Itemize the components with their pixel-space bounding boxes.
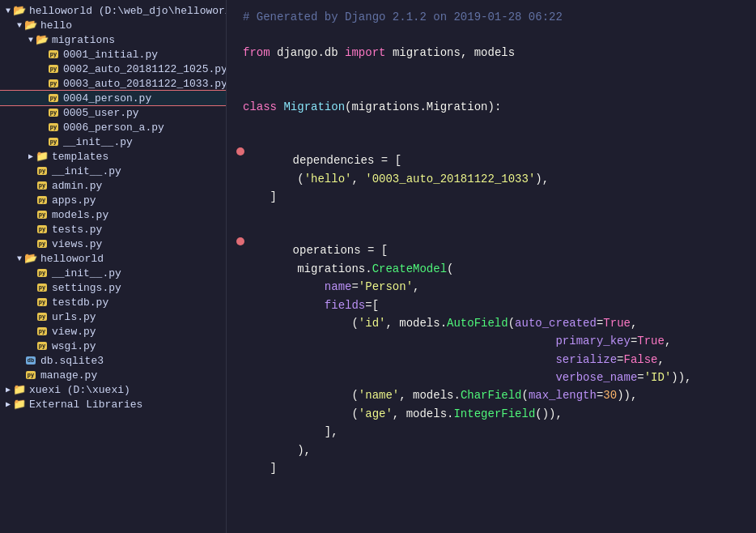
code-content: class Migration(migrations.Migration): (243, 98, 740, 116)
tree-item-0005_user[interactable]: py0005_user.py (0, 105, 226, 120)
tree-item-0003_auto[interactable]: py0003_auto_20181122_1033.py (0, 76, 226, 91)
py-icon: py (36, 296, 49, 309)
code-editor: # Generated by Django 2.1.2 on 2019-01-2… (227, 0, 756, 533)
tree-item-label: 0004_person.py (63, 92, 151, 104)
tree-item-models[interactable]: pymodels.py (0, 207, 226, 222)
py-icon: py (47, 121, 60, 134)
tree-item-tests[interactable]: pytests.py (0, 222, 226, 237)
folder-closed-icon: 📁 (13, 383, 26, 396)
tree-item-views[interactable]: pyviews.py (0, 237, 226, 251)
py-icon: py (36, 310, 49, 323)
code-line-24: ), (243, 441, 740, 459)
code-line-0: # Generated by Django 2.1.2 on 2019-01-2… (243, 8, 740, 26)
code-line-14: migrations.CreateModel( (243, 260, 740, 278)
tree-item-label: xuexi (D:\xuexi) (29, 384, 130, 396)
folder-open-icon: 📂 (36, 33, 49, 46)
tree-item-0002_auto[interactable]: py0002_auto_20181122_1025.py (0, 62, 226, 76)
folder-closed-icon: 📁 (13, 398, 26, 411)
arrow-icon (26, 151, 36, 161)
code-line-8: dependencies = [ (243, 151, 740, 169)
tree-item-urls[interactable]: pyurls.py (0, 309, 226, 324)
tree-item-label: helloworld (D:\web_djo\helloworld) (29, 5, 227, 17)
code-line-22: ('age', models.IntegerField()), (243, 405, 740, 423)
tree-item-admin[interactable]: pyadmin.py (0, 178, 226, 193)
tree-item-helloworld-folder[interactable]: 📂helloworld (0, 251, 226, 266)
tree-item-testdb[interactable]: pytestdb.py (0, 295, 226, 309)
db-icon: db (24, 354, 37, 367)
code-line-17: ('id', models.AutoField(auto_created=Tru… (243, 314, 740, 332)
py-icon: py (47, 92, 60, 104)
tree-item-__init__-migrations[interactable]: py__init__.py (0, 134, 226, 149)
tree-item-templates-folder[interactable]: 📁templates (0, 149, 226, 164)
tree-item-label: __init__.py (63, 136, 133, 148)
code-content: ], (243, 423, 740, 441)
code-content: verbose_name='ID')), (243, 369, 740, 386)
code-content: migrations.CreateModel( (243, 260, 740, 278)
code-line-7 (243, 134, 740, 151)
tree-item-wsgi[interactable]: pywsgi.py (0, 339, 226, 353)
tree-item-db-sqlite3[interactable]: dbdb.sqlite3 (0, 353, 226, 368)
tree-item-hello-folder[interactable]: 📂hello (0, 18, 226, 32)
tree-item-label: tests.py (52, 224, 102, 236)
tree-item-label: urls.py (52, 311, 96, 323)
tree-item-0001_initial[interactable]: py0001_initial.py (0, 47, 226, 62)
code-content: ] (243, 459, 740, 477)
py-icon: py (36, 208, 49, 221)
tree-item-label: 0003_auto_20181122_1033.py (63, 78, 227, 90)
code-line-13: operations = [ (243, 241, 740, 259)
code-content: ] (243, 188, 740, 206)
tree-item-0006_person_a[interactable]: py0006_person_a.py (0, 120, 226, 134)
py-icon: py (24, 369, 37, 382)
tree-item-0004_person[interactable]: py0004_person.py (0, 91, 226, 105)
tree-item-label: migrations (52, 34, 115, 46)
code-line-15: name='Person', (243, 278, 740, 296)
code-line-5: class Migration(migrations.Migration): (243, 98, 740, 116)
code-line-3 (243, 62, 740, 80)
py-icon: py (47, 77, 60, 90)
tree-item-label: settings.py (52, 282, 121, 294)
code-content: operations = [ (265, 241, 740, 259)
code-content: # Generated by Django 2.1.2 on 2019-01-2… (243, 8, 740, 26)
code-content: from django.db import migrations, models (243, 44, 740, 62)
py-icon: py (36, 237, 49, 250)
tree-item-label: __init__.py (52, 165, 121, 177)
folder-closed-icon: 📁 (36, 150, 49, 163)
tree-item-label: 0001_initial.py (63, 49, 158, 61)
py-icon: py (36, 281, 49, 294)
code-content: name='Person', (243, 278, 740, 296)
tree-item-migrations-folder[interactable]: 📂migrations (0, 32, 226, 47)
tree-item-apps[interactable]: pyapps.py (0, 193, 226, 207)
tree-item-external-libs[interactable]: 📁External Libraries (0, 397, 226, 411)
code-line-19: serialize=False, (243, 351, 740, 369)
tree-item-xuexi-root[interactable]: 📁xuexi (D:\xuexi) (0, 382, 226, 397)
tree-item-settings[interactable]: pysettings.py (0, 280, 226, 295)
tree-item-label: testdb.py (52, 296, 108, 309)
py-icon: py (36, 266, 49, 279)
arrow-icon (15, 21, 24, 30)
tree-item-manage[interactable]: pymanage.py (0, 368, 226, 382)
tree-item-__init__-hello[interactable]: py__init__.py (0, 164, 226, 178)
tree-item-label: views.py (52, 238, 102, 250)
py-icon: py (47, 135, 60, 148)
code-content: ('name', models.CharField(max_length=30)… (243, 386, 740, 404)
code-line-23: ], (243, 423, 740, 441)
py-icon: py (36, 194, 49, 207)
tree-item-label: External Libraries (29, 399, 142, 411)
tree-item-helloworld-root[interactable]: 📂helloworld (D:\web_djo\helloworld) (0, 3, 226, 18)
code-line-21: ('name', models.CharField(max_length=30)… (243, 386, 740, 404)
tree-item-label: models.py (52, 209, 108, 221)
tree-item-label: manage.py (40, 369, 97, 382)
code-line-2: from django.db import migrations, models (243, 44, 740, 62)
code-line-18: primary_key=True, (243, 332, 740, 350)
tree-item-__init__-helloworld[interactable]: py__init__.py (0, 266, 226, 280)
py-icon: py (47, 48, 60, 61)
code-content: ('age', models.IntegerField()), (243, 405, 740, 423)
tree-item-view[interactable]: pyview.py (0, 324, 226, 339)
py-icon: py (47, 62, 60, 75)
arrow-icon (26, 36, 36, 45)
arrow-icon (3, 385, 13, 394)
tree-item-label: db.sqlite3 (40, 355, 104, 367)
code-content: ), (243, 441, 740, 459)
code-content: primary_key=True, (243, 332, 740, 350)
code-content: ('id', models.AutoField(auto_created=Tru… (243, 314, 740, 332)
